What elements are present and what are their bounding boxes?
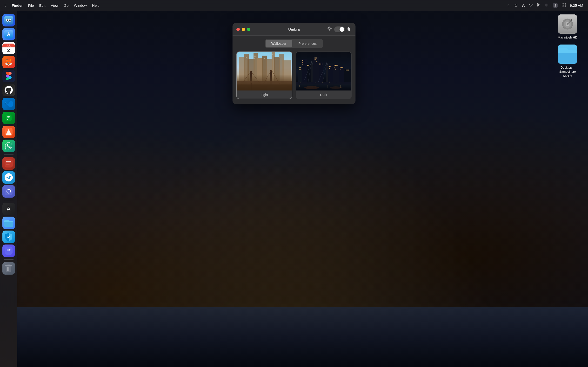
vscode-icon[interactable] — [2, 98, 15, 110]
moon-icon[interactable] — [347, 26, 352, 32]
svg-rect-63 — [282, 60, 291, 81]
svg-point-150 — [337, 82, 337, 83]
finder-icon[interactable] — [2, 14, 15, 26]
svg-rect-126 — [329, 68, 330, 69]
notification-badge-icon[interactable]: 2 — [553, 3, 558, 8]
menubar-edit[interactable]: Edit — [39, 3, 45, 8]
svg-rect-107 — [314, 58, 314, 58]
svg-rect-112 — [316, 61, 317, 62]
trash-icon[interactable] — [2, 262, 15, 275]
wallpaper-card-light[interactable]: Light — [236, 51, 292, 99]
svg-rect-91 — [303, 60, 303, 61]
window-close-button[interactable] — [236, 28, 240, 31]
control-center-icon[interactable] — [562, 3, 566, 8]
tab-container: Wallpaper Preferences — [265, 39, 323, 48]
menubar-clock: 9:25 AM — [570, 3, 583, 8]
svg-rect-130 — [336, 65, 337, 66]
svg-line-50 — [331, 27, 331, 27]
window-theme-controls — [328, 26, 352, 32]
github-icon[interactable] — [2, 84, 15, 96]
svg-rect-89 — [300, 69, 301, 70]
window-minimize-button[interactable] — [242, 28, 245, 31]
menubar-view[interactable]: View — [51, 3, 58, 8]
macintosh-hd-icon[interactable]: Macintosh HD — [557, 14, 578, 40]
svg-point-147 — [315, 82, 316, 83]
wallpaper-preview-dark — [296, 52, 351, 91]
audio-icon[interactable] — [544, 3, 549, 8]
svg-rect-135 — [340, 67, 340, 68]
svg-point-151 — [344, 82, 345, 83]
svg-rect-137 — [342, 67, 343, 68]
dock-separator-3 — [4, 259, 14, 260]
figma-icon[interactable] — [2, 70, 15, 82]
svg-point-42 — [571, 19, 572, 21]
svg-rect-98 — [307, 65, 308, 66]
evernote-icon[interactable] — [2, 112, 15, 124]
menubar-go[interactable]: Go — [64, 3, 69, 8]
whatsapp-icon[interactable] — [2, 140, 15, 152]
svg-rect-113 — [319, 63, 323, 83]
svg-rect-83 — [251, 83, 252, 91]
svg-rect-23 — [6, 161, 11, 162]
svg-rect-60 — [272, 52, 275, 83]
wallpaper-preview-light — [237, 52, 292, 91]
menubar-finder[interactable]: Finder — [12, 3, 23, 8]
wallpaper-card-dark[interactable]: Dark — [296, 51, 352, 99]
svg-rect-142 — [347, 70, 348, 71]
svg-point-157 — [304, 86, 319, 89]
calendar-icon[interactable]: JUL 2 — [2, 42, 15, 54]
svg-rect-124 — [329, 66, 330, 67]
svg-point-43 — [329, 28, 331, 30]
tab-preferences[interactable]: Preferences — [293, 40, 322, 47]
folder-icon[interactable] — [2, 217, 15, 229]
svg-point-7 — [562, 5, 564, 7]
desktop-icons: Macintosh HD Desktop – Samuel'...ro (201… — [557, 14, 578, 78]
umbra-window: Umbra — [233, 23, 355, 104]
svg-rect-70 — [263, 58, 263, 59]
svg-rect-76 — [237, 81, 292, 84]
svg-rect-75 — [270, 70, 272, 91]
svg-rect-66 — [245, 59, 245, 60]
svg-rect-67 — [254, 56, 255, 57]
svg-rect-74 — [250, 71, 252, 91]
menubar-window[interactable]: Window — [74, 3, 87, 8]
svg-rect-69 — [254, 58, 255, 59]
tab-wallpaper[interactable]: Wallpaper — [266, 40, 292, 47]
notchmeister-icon[interactable] — [2, 244, 15, 257]
bluetooth-icon[interactable] — [537, 3, 540, 8]
tab-bar: Wallpaper Preferences — [233, 36, 355, 51]
desktop-folder-icon[interactable]: Desktop – Samuel'...ro (2017) — [557, 44, 578, 78]
menubar-file[interactable]: File — [28, 3, 34, 8]
fontbook-icon[interactable]: A — [2, 203, 15, 215]
svg-rect-24 — [6, 163, 11, 163]
telegram-icon[interactable] — [2, 171, 15, 184]
wifi-icon[interactable] — [529, 3, 533, 8]
theme-toggle-switch[interactable] — [334, 26, 345, 32]
svg-rect-99 — [309, 65, 309, 66]
dock-separator-2 — [4, 200, 14, 200]
sheets-icon[interactable] — [2, 157, 15, 170]
appstore-icon[interactable]: A — [2, 28, 15, 41]
svg-point-158 — [330, 86, 342, 89]
chevron-left-icon[interactable]: ﹤ — [507, 3, 510, 8]
menubar-help[interactable]: Help — [92, 3, 100, 8]
firefox-icon[interactable]: 🦊 — [2, 56, 15, 68]
svg-rect-65 — [246, 57, 247, 58]
font-icon[interactable]: A — [522, 3, 525, 8]
adguard-icon[interactable] — [2, 231, 15, 243]
svg-rect-87 — [300, 67, 301, 68]
svg-rect-71 — [264, 58, 265, 59]
window-maximize-button[interactable] — [247, 28, 250, 31]
macintosh-hd-label: Macintosh HD — [558, 36, 577, 40]
svg-rect-32 — [8, 264, 10, 266]
sun-icon[interactable] — [328, 26, 332, 32]
svg-rect-125 — [330, 66, 331, 67]
svg-point-145 — [301, 82, 301, 83]
svg-point-5 — [562, 3, 564, 5]
stopwatch-icon[interactable]: ⏱ — [514, 3, 518, 8]
apple-menu-icon[interactable]:  — [5, 3, 7, 8]
svg-rect-140 — [345, 70, 345, 71]
svg-rect-62 — [279, 54, 284, 83]
linear-icon[interactable] — [2, 185, 15, 198]
craft-icon[interactable] — [2, 126, 15, 138]
